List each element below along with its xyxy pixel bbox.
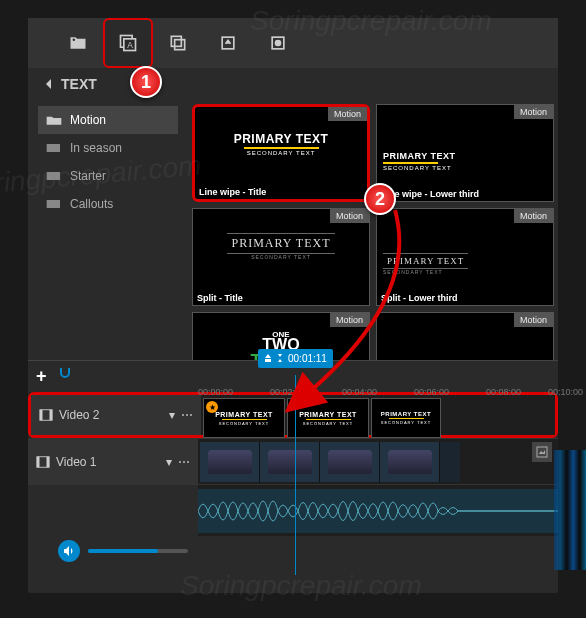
svg-rect-13 [40, 410, 43, 421]
film-icon [39, 408, 53, 422]
video-clip[interactable] [200, 442, 460, 482]
svg-point-0 [73, 38, 76, 41]
more-icon[interactable]: ⋯ [181, 408, 193, 422]
track-audio [28, 484, 558, 536]
track-video-1: Video 1 ▾ ⋯ [28, 438, 558, 484]
playhead[interactable]: 00:01:11 [258, 349, 333, 368]
volume-slider[interactable] [88, 549, 188, 553]
svg-rect-14 [50, 410, 53, 421]
track-header-video-1[interactable]: Video 1 ▾ ⋯ [28, 439, 198, 484]
svg-rect-11 [47, 200, 60, 208]
preset-grid: Motion PRIMARY TEXTSECONDARY TEXT Line w… [188, 100, 558, 360]
preset-item[interactable]: Motion [376, 312, 554, 360]
svg-rect-4 [171, 36, 181, 46]
audio-waveform[interactable] [198, 489, 558, 533]
svg-rect-5 [175, 40, 185, 50]
sidebar-item-callouts[interactable]: Callouts [38, 190, 178, 218]
add-button[interactable]: + [36, 366, 47, 387]
chevron-down-icon[interactable]: ▾ [166, 455, 172, 469]
text-clip[interactable]: PRIMARY TEXTSECONDARY TEXT [287, 398, 369, 438]
annotation-marker-1: 1 [130, 66, 162, 98]
panel-header[interactable]: TEXT [28, 68, 558, 100]
svg-rect-17 [47, 456, 50, 467]
film-icon [36, 455, 50, 469]
volume-button[interactable] [58, 540, 80, 562]
effects-tab[interactable] [203, 18, 253, 68]
snap-button[interactable] [57, 366, 73, 387]
toolbar: A [28, 18, 558, 68]
preset-line-wipe-lower-third[interactable]: Motion PRIMARY TEXTSECONDARY TEXT Line w… [376, 104, 554, 202]
transitions-tab[interactable] [153, 18, 203, 68]
track-video-2: Video 2 ▾ ⋯ ★PRIMARY TEXTSECONDARY TEXT … [28, 392, 558, 438]
media-tab[interactable] [53, 18, 103, 68]
chevron-down-icon[interactable]: ▾ [169, 408, 175, 422]
overlays-tab[interactable] [253, 18, 303, 68]
sidebar-item-in-season[interactable]: In season [38, 134, 178, 162]
track-header-video-2[interactable]: Video 2 ▾ ⋯ [31, 395, 201, 435]
svg-text:A: A [127, 40, 133, 50]
text-clip[interactable]: PRIMARY TEXTSECONDARY TEXT [371, 398, 441, 438]
annotation-marker-2: 2 [364, 183, 396, 215]
star-icon: ★ [206, 401, 218, 413]
svg-rect-10 [47, 172, 60, 180]
preset-split-title[interactable]: Motion PRIMARY TEXTSECONDARY TEXT Split … [192, 208, 370, 306]
timeline-ruler: + 00:00:00 00:02:00 00:04:00 00:06:00 00… [28, 360, 558, 392]
svg-rect-9 [47, 144, 60, 152]
svg-point-8 [276, 41, 281, 46]
svg-rect-16 [37, 456, 40, 467]
preset-line-wipe-title[interactable]: Motion PRIMARY TEXTSECONDARY TEXT Line w… [192, 104, 370, 202]
text-clip[interactable]: ★PRIMARY TEXTSECONDARY TEXT [203, 398, 285, 438]
category-sidebar: Motion In season Starter Callouts [28, 100, 188, 360]
sidebar-item-motion[interactable]: Motion [38, 106, 178, 134]
preset-split-lower-third[interactable]: Motion PRIMARY TEXTSECONDARY TEXT Split … [376, 208, 554, 306]
effect-icon[interactable] [532, 442, 552, 462]
more-icon[interactable]: ⋯ [178, 455, 190, 469]
decorative-spectrum [554, 450, 586, 570]
panel-title: TEXT [61, 76, 97, 92]
text-tab[interactable]: A [103, 18, 153, 68]
sidebar-item-starter[interactable]: Starter [38, 162, 178, 190]
